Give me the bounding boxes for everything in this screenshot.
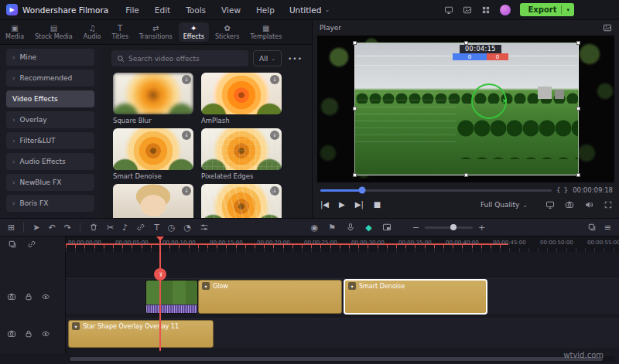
zoom-knob[interactable] [450,224,457,230]
transform-handle[interactable] [353,107,357,111]
track-visibility-icon[interactable] [41,292,50,301]
effect-card-smart-denoise[interactable]: ↓ Smart Denoise [113,128,193,184]
manage-tracks-icon[interactable] [8,240,17,249]
clip-video-thumbnail[interactable] [145,280,198,314]
track-record-icon[interactable] [7,329,16,338]
effect-card-dispersion-blur[interactable]: ↓ Dispersion Blur [201,184,282,218]
redo-icon[interactable]: ↷ [64,223,71,232]
link-icon[interactable] [136,223,145,232]
split-icon[interactable]: ✂ [107,223,114,232]
menu-file[interactable]: File [118,5,147,15]
export-button[interactable]: Export ▾ [520,3,574,16]
sidebar-item-recommended[interactable]: ›Recommended [6,70,94,87]
player-view-icon[interactable] [603,23,612,32]
transform-handle[interactable] [576,107,580,111]
playback-scrubber[interactable] [320,189,552,192]
delete-icon[interactable] [89,223,98,232]
transform-handle[interactable] [353,173,357,177]
user-avatar[interactable] [500,5,511,15]
search-box[interactable] [111,50,248,66]
timeline-menu-icon[interactable]: ≡ [604,223,611,232]
track-record-icon[interactable] [7,292,16,301]
playhead-split-badge[interactable]: ✂ [154,268,166,281]
next-frame-button[interactable]: ▶| [355,201,364,209]
tab-effects[interactable]: ✦Effects [179,22,209,42]
tab-audio[interactable]: ♫Audio [78,20,107,44]
media-library-icon[interactable] [463,5,472,15]
track-lock-icon[interactable] [24,292,33,301]
previous-frame-button[interactable]: |◀ [320,201,329,209]
effect-card-square-blur[interactable]: ↓ Square Blur [113,73,193,128]
sidebar-item-newblue-fx[interactable]: ›NewBlue FX [6,174,94,191]
track-visibility-icon[interactable] [41,329,50,338]
fullscreen-icon[interactable] [604,200,613,209]
add-text-icon[interactable]: T [154,223,159,232]
sidebar-item-mine[interactable]: ›Mine [6,49,94,66]
search-input[interactable] [128,55,243,63]
zoom-out-icon[interactable]: − [412,223,419,232]
zoom-in-icon[interactable]: + [478,223,485,232]
tab-templates[interactable]: ▦Templates [245,20,287,44]
sidebar-item-boris-fx[interactable]: ›Boris FX [6,195,94,212]
effect-card-beautify[interactable]: ↓ Beautify [113,184,193,218]
transform-handle[interactable] [464,173,468,177]
mark-in-button[interactable]: { [556,186,561,194]
menu-tools[interactable]: Tools [178,5,214,15]
pointer-tool-icon[interactable]: ➤ [32,223,39,232]
timeline-ruler[interactable]: 00:00:00:00 00:00:05:00 00:00:10:00 00:0… [66,236,619,252]
quality-dropdown[interactable]: Full Quality ⌄ [480,201,528,209]
clip-smart-denoise[interactable]: ✦ Smart Denoise [344,279,487,315]
tab-stickers[interactable]: ✿Stickers [210,20,245,44]
snapshot-icon[interactable] [565,200,574,209]
volume-icon[interactable] [584,200,593,209]
playhead-marker[interactable] [156,236,164,241]
auto-ripple-icon[interactable] [27,240,36,249]
storyboard-icon[interactable]: ⊞ [8,223,15,232]
transform-handle[interactable] [353,41,357,45]
playhead[interactable] [159,236,161,351]
detach-audio-icon[interactable]: ♪ [122,223,128,232]
menu-help[interactable]: Help [248,5,282,15]
pip-icon[interactable] [382,223,392,232]
tab-media[interactable]: ▣Media [0,20,29,44]
tab-transitions[interactable]: ⇄Transitions [134,20,178,44]
video-frame[interactable]: ✕ 00:04:15 0 0 [354,43,579,175]
marker-icon[interactable]: ⚑ [328,223,336,232]
timeline-horizontal-scrollbar[interactable] [68,356,615,362]
project-title[interactable]: Untitled ⌄ [289,5,330,15]
sidebar-item-filter-lut[interactable]: ›Filter&LUT [6,132,94,149]
screen-record-button-icon[interactable]: ◉ [311,223,319,232]
mark-out-button[interactable]: } [563,186,568,194]
transform-handle[interactable] [576,173,580,177]
sidebar-item-video-effects[interactable]: Video Effects [6,90,94,107]
track-lock-icon[interactable] [24,329,33,338]
effect-card-amplash[interactable]: ↓ AmPlash [201,73,282,128]
filter-dropdown[interactable]: All ⌄ [253,50,282,66]
track-manager-icon[interactable] [587,223,597,232]
tab-stock-media[interactable]: ▤Stock Media [29,20,78,44]
transform-handle[interactable] [464,41,468,45]
sidebar-item-audio-effects[interactable]: ›Audio Effects [6,153,94,170]
effect-card-pixelated-edges[interactable]: ↓ Pixelated Edges [201,128,282,184]
screen-record-icon[interactable] [444,5,453,15]
stop-button[interactable]: ■ [374,201,381,209]
play-button[interactable]: ▶ [339,201,345,209]
keyframe-icon[interactable]: ◆ [365,223,371,232]
scrollbar-thumb[interactable] [70,357,603,361]
scrubber-knob[interactable] [358,187,365,194]
menu-edit[interactable]: Edit [147,5,178,15]
duration-icon[interactable]: ◷ [168,223,176,232]
speed-icon[interactable]: ◔ [183,223,191,232]
transform-handle[interactable] [576,41,580,45]
clip-glow[interactable]: ✦ Glow [198,280,342,314]
clip-star-shape-overlay[interactable]: ✦ Star Shape Overlay Overlay 11 [68,320,214,348]
adjust-icon[interactable] [200,223,209,232]
menu-view[interactable]: View [214,5,248,15]
zoom-slider[interactable] [425,226,473,229]
voiceover-icon[interactable] [346,223,355,232]
apps-grid-icon[interactable] [481,5,491,15]
undo-icon[interactable]: ↶ [48,223,55,232]
more-options-icon[interactable]: ••• [286,55,304,63]
tab-titles[interactable]: TTitles [107,20,134,44]
mirror-display-icon[interactable] [545,200,555,209]
